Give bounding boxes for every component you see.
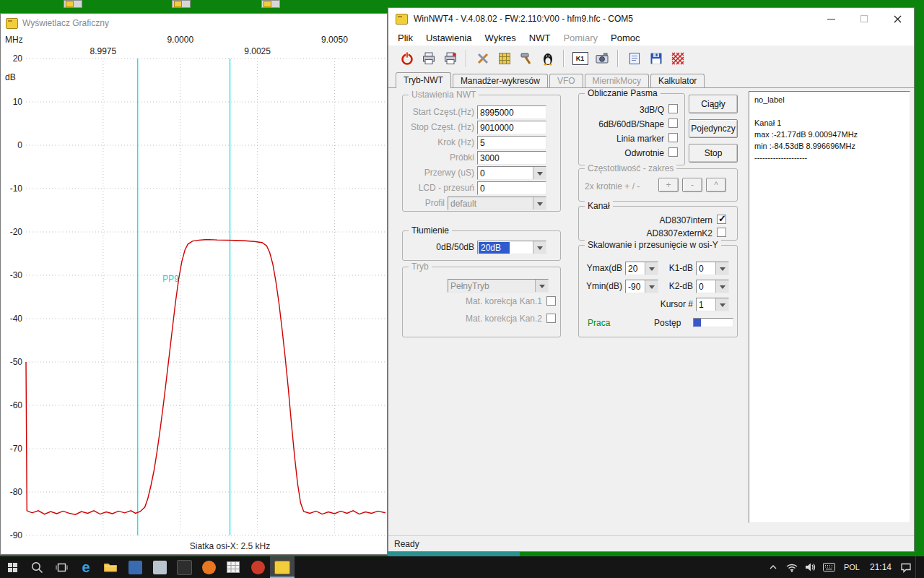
calculator-button[interactable]	[494, 49, 514, 69]
background-window-fragment[interactable]	[261, 0, 280, 8]
combo-arrow-button[interactable]	[533, 167, 546, 179]
power-button[interactable]	[397, 49, 417, 69]
keyboard-icon	[823, 563, 835, 571]
marker-info-panel[interactable]: no_label Kanał 1 max :-21.77dB 9.000947M…	[749, 91, 910, 523]
menu-nwt[interactable]: NWT	[523, 31, 557, 45]
taskbar-app-firefox[interactable]	[196, 556, 221, 578]
clock[interactable]: 21:14	[865, 556, 897, 578]
plot-canvas[interactable]: MHzdB20100-10-20-30-40-50-60-70-80-908.9…	[1, 33, 387, 554]
main-titlebar[interactable]: WinNWT4 - V.4.08.02 - FW:2.110:V00 - hfm…	[388, 8, 914, 30]
taskbar-app-red[interactable]	[245, 556, 270, 578]
combo-arrow-button[interactable]	[533, 197, 546, 210]
freq-caret-button[interactable]: ^	[706, 178, 726, 192]
band-3db-checkbox[interactable]	[668, 104, 678, 113]
attenuation-combo-value: 20dB	[479, 242, 510, 254]
camera-icon	[595, 51, 609, 66]
mode-combo[interactable]: PełnyTryb	[448, 279, 549, 293]
plot-window-titlebar[interactable]: Wyświetlacz Graficzny	[1, 14, 387, 33]
background-window-fragment[interactable]	[64, 0, 82, 8]
combo-arrow-button[interactable]	[645, 262, 658, 275]
cursor-number-combo[interactable]: 1	[696, 298, 729, 311]
taskbar-app-spreadsheet[interactable]	[221, 556, 245, 578]
ad8307extern-checkbox[interactable]	[717, 228, 726, 237]
combo-arrow-button[interactable]	[535, 280, 548, 292]
taskbar-app-winnwt[interactable]	[270, 556, 295, 578]
menu-pomiary[interactable]: Pomiary	[557, 31, 604, 45]
freq-plus-button[interactable]: +	[658, 178, 679, 192]
menu-pomoc[interactable]: Pomoc	[604, 31, 646, 45]
show-desktop-button[interactable]	[915, 556, 920, 578]
ad8307intern-checkbox[interactable]	[717, 215, 726, 224]
attenuation-combo[interactable]: 20dB	[477, 241, 546, 254]
save-button[interactable]	[646, 49, 666, 69]
combo-arrow-button[interactable]	[645, 280, 658, 293]
lcd-shift-input[interactable]	[477, 181, 546, 195]
menu-plik[interactable]: Plik	[391, 31, 419, 45]
combo-arrow-button[interactable]	[715, 262, 728, 275]
combo-arrow-button[interactable]	[533, 241, 546, 254]
mat-korekcja-kan2-checkbox[interactable]	[546, 314, 556, 323]
step-input[interactable]	[477, 136, 546, 150]
ciagly-button[interactable]: Ciągły	[689, 95, 738, 113]
tab-kalkulator[interactable]: Kalkulator	[650, 74, 705, 87]
combo-arrow-button[interactable]	[715, 298, 728, 311]
hammer-button[interactable]	[516, 49, 536, 69]
tab-vfo[interactable]: VFO	[549, 74, 583, 87]
start-button[interactable]	[0, 556, 25, 578]
notes-button[interactable]	[624, 49, 644, 69]
mat-korekcja-kan1-checkbox[interactable]	[546, 296, 556, 306]
ymin-combo[interactable]: -90	[625, 280, 658, 293]
task-view-button[interactable]	[49, 556, 74, 578]
delay-label: Przerwy (uS)	[403, 168, 474, 178]
profile-combo[interactable]: default	[448, 197, 546, 210]
start-freq-input[interactable]	[477, 105, 546, 119]
combo-arrow-button[interactable]	[715, 280, 728, 293]
tab-tryb-nwt[interactable]: Tryb-NWT	[396, 72, 451, 88]
search-button[interactable]	[25, 556, 49, 578]
delay-combo[interactable]: 0	[477, 166, 546, 180]
stop-freq-input[interactable]	[477, 121, 546, 134]
x-grid-caption: Siatka osi-X: 2.5 kHz	[1, 541, 387, 551]
taskbar-app-edge[interactable]: e	[74, 556, 98, 578]
stop-button[interactable]: Stop	[689, 144, 738, 163]
tab-miernik-mocy[interactable]: MiernikMocy	[585, 74, 649, 87]
background-window-fragment[interactable]	[172, 0, 191, 8]
group-tryb: Tryb PełnyTryb Mat. korekcja Kan.1 Mat. …	[402, 267, 561, 337]
winnwt-main-window: WinNWT4 - V.4.08.02 - FW:2.110:V00 - hfm…	[388, 7, 915, 552]
taskbar-app-blue[interactable]	[123, 556, 147, 578]
k1-db-combo[interactable]: 0	[696, 262, 729, 275]
freq-minus-button[interactable]: -	[682, 178, 702, 192]
screenshot-button[interactable]	[592, 49, 611, 69]
k1-channel-button[interactable]: K1	[570, 49, 590, 69]
band-6db-checkbox[interactable]	[668, 118, 678, 128]
toolbar-separator	[466, 50, 467, 67]
menu-wykres[interactable]: Wykres	[479, 31, 523, 45]
invert-checkbox[interactable]	[668, 147, 678, 157]
linux-button[interactable]	[538, 49, 557, 69]
ymax-combo[interactable]: 20	[625, 262, 658, 275]
marker-line-checkbox[interactable]	[668, 133, 678, 142]
minimize-button[interactable]	[814, 8, 847, 30]
taskbar-app-explorer[interactable]	[98, 556, 123, 578]
k2-db-combo[interactable]: 0	[696, 280, 729, 293]
print-button[interactable]	[419, 49, 438, 69]
taskbar-app-dark[interactable]	[172, 556, 196, 578]
touch-keyboard-button[interactable]	[820, 556, 839, 578]
network-button[interactable]	[783, 556, 801, 578]
pojedynczy-button[interactable]: Pojedynczy	[689, 119, 738, 138]
tab-manadzer-wykresow[interactable]: Manadżer-wykresów	[453, 74, 548, 87]
hidden-icons-button[interactable]	[764, 556, 783, 578]
samples-input[interactable]	[477, 151, 546, 165]
action-center-button[interactable]	[897, 556, 915, 578]
tools-button[interactable]	[473, 49, 492, 69]
menu-ustawienia[interactable]: Ustawienia	[419, 31, 479, 45]
volume-button[interactable]	[801, 556, 820, 578]
language-indicator[interactable]: POL	[839, 556, 865, 578]
print-setup-button[interactable]	[440, 49, 460, 69]
stop-freq-label: Stop Częst. (Hz)	[403, 122, 474, 133]
close-button[interactable]	[881, 8, 914, 30]
maximize-button[interactable]	[847, 8, 881, 30]
taskbar-app-gray[interactable]	[147, 556, 172, 578]
close-plot-button[interactable]	[668, 49, 687, 69]
toolbar-separator	[617, 50, 619, 67]
